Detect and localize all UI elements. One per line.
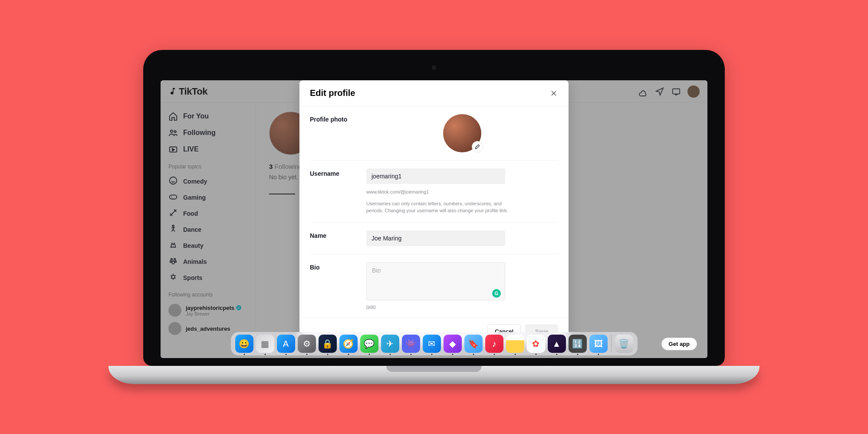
dock-pixelmator[interactable]: ▲ xyxy=(548,335,566,353)
modal-header: Edit profile xyxy=(299,80,569,106)
dock-appstore[interactable]: A xyxy=(277,335,295,353)
dock-photos[interactable]: ✿ xyxy=(527,335,545,353)
dock-safari[interactable]: 🧭 xyxy=(339,335,358,353)
row-username: Username www.tiktok.com/@joemaring1 User… xyxy=(310,161,558,223)
screen: TikTok xyxy=(161,80,707,358)
photo-label: Profile photo xyxy=(310,114,358,152)
dock-container: 😀▦A⚙🔒🧭💬✈👾✉◆🔖♪✿▲🔢🖼 🗑️ xyxy=(161,332,707,355)
dock-spark[interactable]: ✉ xyxy=(423,335,441,353)
dock-notes[interactable] xyxy=(506,335,524,353)
get-app-button[interactable]: Get app xyxy=(661,338,697,350)
dock-messages[interactable]: 💬 xyxy=(360,335,378,353)
dock-telegram[interactable]: ✈ xyxy=(381,335,399,353)
bio-label: Bio xyxy=(310,262,358,310)
char-count: 0/80 xyxy=(366,305,558,310)
dock-music[interactable]: ♪ xyxy=(485,335,503,353)
dock: 😀▦A⚙🔒🧭💬✈👾✉◆🔖♪✿▲🔢🖼 🗑️ xyxy=(231,332,638,355)
photo-wrap xyxy=(443,114,481,152)
row-bio: Bio G 0/80 xyxy=(310,254,558,318)
laptop-frame: TikTok xyxy=(143,50,725,384)
dock-preview[interactable]: 🖼 xyxy=(589,335,608,353)
username-input[interactable] xyxy=(366,168,505,184)
bio-textarea[interactable] xyxy=(366,262,505,300)
dock-divider xyxy=(611,335,612,352)
dock-reading[interactable]: 🔖 xyxy=(464,335,483,353)
dock-affinity[interactable]: ◆ xyxy=(444,335,462,353)
modal-body: Profile photo Username xyxy=(299,106,569,318)
laptop-base xyxy=(108,366,760,384)
close-icon[interactable] xyxy=(549,89,558,98)
dock-1password[interactable]: 🔒 xyxy=(319,335,337,353)
modal-title: Edit profile xyxy=(310,88,355,98)
laptop-lid: TikTok xyxy=(143,50,725,366)
dock-discord[interactable]: 👾 xyxy=(402,335,420,353)
row-name: Name xyxy=(310,223,558,254)
edit-profile-modal: Edit profile Profile photo xyxy=(299,80,569,345)
edit-photo-button[interactable] xyxy=(472,141,483,152)
dock-finder[interactable]: 😀 xyxy=(235,335,253,353)
username-label: Username xyxy=(310,168,358,214)
dock-launchpad[interactable]: ▦ xyxy=(256,335,274,353)
name-input[interactable] xyxy=(366,230,505,246)
grammarly-icon[interactable]: G xyxy=(492,289,501,298)
dock-settings[interactable]: ⚙ xyxy=(298,335,316,353)
dock-trash[interactable]: 🗑️ xyxy=(615,335,633,353)
name-label: Name xyxy=(310,230,358,246)
row-photo: Profile photo xyxy=(310,106,558,161)
username-help: Usernames can only contain letters, numb… xyxy=(366,200,514,214)
pencil-icon xyxy=(474,144,480,150)
dock-calculator[interactable]: 🔢 xyxy=(569,335,587,353)
url-preview: www.tiktok.com/@joemaring1 xyxy=(366,188,514,196)
